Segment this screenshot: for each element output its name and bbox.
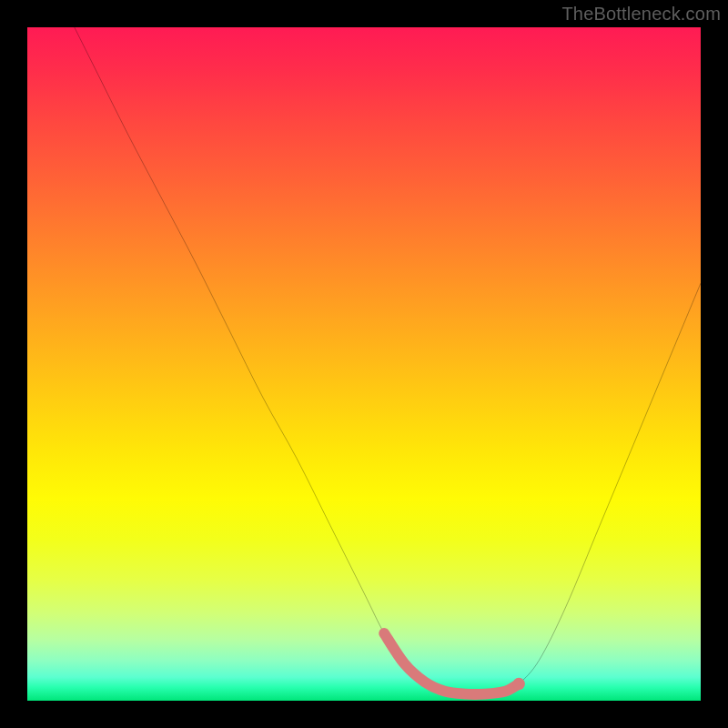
flat-segment — [384, 633, 519, 694]
curve-line — [75, 27, 701, 694]
plot-area — [27, 27, 701, 701]
bottleneck-curve — [27, 27, 701, 701]
attribution-text: TheBottleneck.com — [561, 4, 721, 25]
flat-segment-end-dot — [513, 678, 525, 690]
chart-frame: TheBottleneck.com — [0, 0, 728, 728]
